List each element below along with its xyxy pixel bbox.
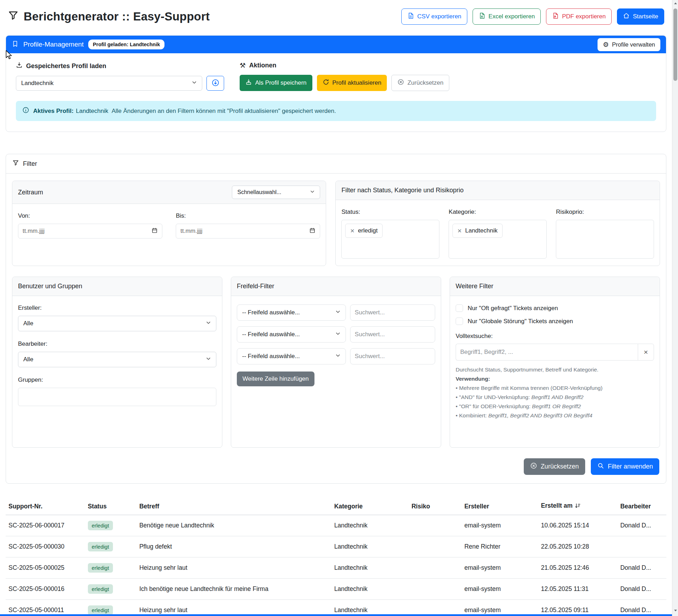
calendar-icon <box>309 227 316 235</box>
help-item: "AND" für UND-Verknüpfung: Begriff1 AND … <box>456 393 654 402</box>
cell-ersteller: email-system <box>462 515 538 536</box>
reset-profile-button[interactable]: Zurücksetzen <box>391 75 449 91</box>
status-chip[interactable]: × erledigt <box>345 224 382 238</box>
ersteller-select[interactable]: Alle <box>18 316 216 331</box>
home-icon <box>623 12 630 21</box>
bis-date-input[interactable]: tt.mm.jjjj <box>176 224 320 238</box>
home-button[interactable]: Startseite <box>617 8 664 25</box>
col-erstellt-am[interactable]: Erstellt am <box>538 498 618 515</box>
profile-select[interactable]: Landtechnik <box>16 76 202 91</box>
globale-stoerung-checkbox[interactable] <box>456 318 463 325</box>
cell-support-nr: SC-2025-05-000011 <box>6 600 85 616</box>
freifeld-suchwert-input[interactable] <box>350 348 435 364</box>
funnel-icon <box>8 10 19 24</box>
col-bearbeiter[interactable]: Bearbeiter <box>617 498 666 515</box>
freifeld-title: Freifeld-Filter <box>237 283 274 290</box>
chevron-down-icon <box>310 189 315 195</box>
table-row[interactable]: SC-2025-05-000030erledigtPflug defektLan… <box>6 536 666 557</box>
status-chipbox[interactable]: × erledigt <box>341 220 439 259</box>
remove-chip-icon[interactable]: × <box>350 227 354 234</box>
remove-chip-icon[interactable]: × <box>457 227 462 234</box>
scrollbar-up-arrow[interactable] <box>672 1 678 6</box>
scrollbar-down-arrow[interactable] <box>672 608 678 613</box>
benutzer-panel: Benutzer und Gruppen Ersteller: Alle Bea… <box>12 277 222 448</box>
export-excel-button[interactable]: Excel exportieren <box>473 8 541 25</box>
export-pdf-button[interactable]: PDF exportieren <box>546 8 612 25</box>
chevron-down-icon <box>335 353 341 360</box>
col-ersteller[interactable]: Ersteller <box>462 498 538 515</box>
bottom-accent-strip <box>0 614 672 616</box>
scrollbar-thumb[interactable] <box>673 8 677 81</box>
load-profile-button[interactable] <box>206 76 224 91</box>
cell-erstellt-am: 22.05.2025 10:28 <box>538 536 618 557</box>
table-row[interactable]: SC-2025-05-000025erledigtHeizung sehr la… <box>6 557 666 579</box>
zeitraum-title: Zeitraum <box>18 189 43 196</box>
cell-betreff: Ich benötige neue Landtechnik für meine … <box>137 579 331 600</box>
filter-card: Filter Zeitraum Schnellauswahl... Von <box>6 154 666 484</box>
reset-filter-button[interactable]: Zurücksetzen <box>524 458 585 475</box>
freifeld-select[interactable]: -- Freifeld auswähle... <box>237 304 346 321</box>
cell-risiko <box>409 557 462 579</box>
cell-status: erledigt <box>85 536 137 557</box>
table-row[interactable]: SC-2025-06-000017erledigtBenötige neue L… <box>6 515 666 536</box>
arrow-down-circle-icon <box>211 79 220 88</box>
table-header-row: Support-Nr. Status Betreff Kategorie Ris… <box>6 498 666 515</box>
status-panel-title: Filter nach Status, Kategorie und Risiko… <box>341 187 463 194</box>
kategorie-chipbox[interactable]: × Landtechnik <box>449 220 547 259</box>
save-as-profile-button[interactable]: Als Profil speichern <box>240 75 312 91</box>
info-icon <box>22 107 29 115</box>
cell-support-nr: SC-2025-05-000030 <box>6 536 85 557</box>
volltextsuche-input[interactable] <box>456 344 638 361</box>
table-row[interactable]: SC-2025-05-000016erledigtIch benötige ne… <box>6 579 666 600</box>
clear-search-button[interactable]: × <box>638 344 654 361</box>
kategorie-chip[interactable]: × Landtechnik <box>452 224 502 238</box>
freifeld-select[interactable]: -- Freifeld auswähle... <box>237 348 346 364</box>
bearbeiter-select[interactable]: Alle <box>18 352 216 367</box>
gruppen-input[interactable] <box>18 388 216 406</box>
apply-filter-button[interactable]: Filter anwenden <box>591 458 659 475</box>
bis-label: Bis: <box>176 212 320 219</box>
freifeld-rows: -- Freifeld auswähle...-- Freifeld auswä… <box>237 304 435 364</box>
table-row[interactable]: SC-2025-05-000011erledigtHeizung sehr la… <box>6 600 666 616</box>
cell-ersteller: email-system <box>462 557 538 579</box>
filter-actions: Zurücksetzen Filter anwenden <box>12 458 660 475</box>
kategorie-label: Kategorie: <box>449 209 547 216</box>
risikoprio-chipbox[interactable] <box>556 220 654 259</box>
status-badge: erledigt <box>88 563 113 573</box>
zeitraum-panel: Zeitraum Schnellauswahl... Von: tt.mm.jj… <box>12 181 326 266</box>
cell-betreff: Heizung sehr laut <box>137 557 331 579</box>
export-csv-button[interactable]: CSV exportieren <box>401 8 467 25</box>
bis-field: Bis: tt.mm.jjjj <box>176 212 320 238</box>
oft-gefragt-checkbox[interactable] <box>456 304 463 312</box>
col-risiko[interactable]: Risiko <box>409 498 462 515</box>
col-betreff[interactable]: Betreff <box>137 498 331 515</box>
help-item: Mehrere Begriffe mit Komma trennen (ODER… <box>456 384 654 393</box>
page-scrollbar[interactable] <box>672 0 678 616</box>
oft-gefragt-option: Nur "Oft gefragt" Tickets anzeigen <box>456 304 654 312</box>
col-status[interactable]: Status <box>85 498 137 515</box>
col-kategorie[interactable]: Kategorie <box>331 498 409 515</box>
table-body: SC-2025-06-000017erledigtBenötige neue L… <box>6 515 666 616</box>
oft-gefragt-label: Nur "Oft gefragt" Tickets anzeigen <box>468 305 558 312</box>
status-label: Status: <box>341 209 439 216</box>
globale-stoerung-option: Nur "Globale Störung" Tickets anzeigen <box>456 318 654 325</box>
freifeld-row: -- Freifeld auswähle... <box>237 326 435 343</box>
cell-erstellt-am: 12.05.2025 11:31 <box>538 579 618 600</box>
quick-select[interactable]: Schnellauswahl... <box>232 186 320 199</box>
page-title: Berichtgenerator :: Easy-Support <box>8 10 210 24</box>
cell-risiko <box>409 536 462 557</box>
update-profile-button[interactable]: Profil aktualisieren <box>317 75 387 91</box>
freifeld-suchwert-input[interactable] <box>350 326 435 343</box>
tools-icon: ⚒ <box>240 62 246 69</box>
manage-profiles-button[interactable]: ⚙ Profile verwalten <box>598 38 660 51</box>
cell-kategorie: Landtechnik <box>331 600 409 616</box>
export-buttons: CSV exportieren Excel exportieren PDF ex… <box>401 8 664 25</box>
col-support-nr[interactable]: Support-Nr. <box>6 498 85 515</box>
add-row-button[interactable]: Weitere Zeile hinzufügen <box>237 372 314 386</box>
von-date-input[interactable]: tt.mm.jjjj <box>18 224 162 238</box>
freifeld-suchwert-input[interactable] <box>350 304 435 321</box>
cell-kategorie: Landtechnik <box>331 536 409 557</box>
cell-bearbeiter: Donald D... <box>617 515 666 536</box>
von-field: Von: tt.mm.jjjj <box>18 212 162 238</box>
freifeld-select[interactable]: -- Freifeld auswähle... <box>237 326 346 343</box>
